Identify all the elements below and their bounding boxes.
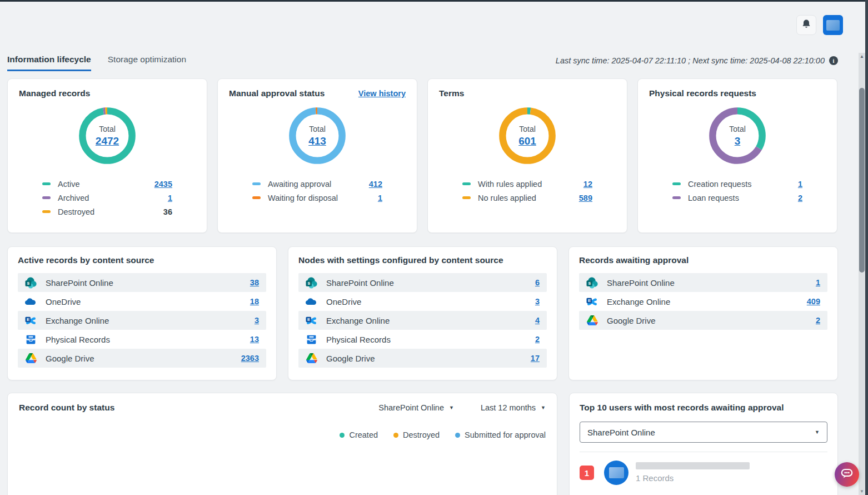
source-label: Google Drive bbox=[607, 316, 816, 325]
legend-value-link[interactable]: 1 bbox=[378, 194, 382, 202]
legend-swatch bbox=[672, 196, 681, 199]
chart-filters: SharePoint Online ▼ Last 12 months ▼ bbox=[378, 403, 546, 412]
legend-item: Awaiting approval 412 bbox=[252, 177, 382, 191]
total-value-link[interactable]: 3 bbox=[735, 135, 741, 147]
legend-label: Active bbox=[58, 180, 154, 189]
source-row: Google Drive 2363 bbox=[18, 349, 266, 368]
donut-legend: Active 2435 Archived 1 Destroyed 36 bbox=[19, 177, 196, 219]
source-count-link[interactable]: 4 bbox=[535, 316, 540, 325]
nodes-configured-card: Nodes with settings configured by conten… bbox=[288, 246, 557, 380]
source-row: s SharePoint Online 38 bbox=[18, 273, 266, 292]
source-select-value: SharePoint Online bbox=[587, 428, 655, 437]
source-count-link[interactable]: 6 bbox=[535, 278, 540, 287]
legend-value-link[interactable]: 1 bbox=[798, 180, 802, 189]
time-filter-value: Last 12 months bbox=[481, 403, 536, 412]
legend-item: Created bbox=[340, 430, 378, 439]
source-filter-dropdown[interactable]: SharePoint Online ▼ bbox=[378, 403, 454, 412]
manual-approval-donut: Total 413 bbox=[286, 104, 349, 167]
legend-swatch bbox=[42, 182, 51, 185]
source-row: E Exchange Online 4 bbox=[298, 311, 547, 330]
total-value-link[interactable]: 2472 bbox=[96, 135, 119, 147]
legend-label: Destroyed bbox=[403, 430, 440, 439]
legend-label: Created bbox=[349, 430, 378, 439]
rank-badge: 1 bbox=[580, 466, 594, 480]
sync-status: Last sync time: 2025-04-07 22:11:10 ; Ne… bbox=[556, 55, 838, 65]
source-count-link[interactable]: 3 bbox=[535, 297, 540, 306]
source-count-link[interactable]: 17 bbox=[531, 354, 540, 363]
source-select[interactable]: SharePoint Online ▼ bbox=[580, 422, 827, 443]
legend-item: Active 2435 bbox=[42, 177, 172, 191]
content-source-row: Active records by content source s Share… bbox=[7, 246, 838, 380]
chat-fab-button[interactable] bbox=[835, 462, 859, 487]
scroll-down-arrow[interactable]: ▼ bbox=[859, 489, 865, 494]
total-value-link[interactable]: 413 bbox=[308, 135, 326, 147]
terms-donut: Total 601 bbox=[496, 104, 559, 167]
source-count-link[interactable]: 2 bbox=[816, 316, 820, 325]
exchange-icon: E bbox=[586, 296, 598, 308]
physical-requests-donut: Total 3 bbox=[706, 104, 769, 167]
tab-storage-optimization[interactable]: Storage optimization bbox=[108, 55, 186, 71]
source-count-link[interactable]: 2 bbox=[535, 335, 540, 344]
source-count-link[interactable]: 2363 bbox=[241, 354, 259, 363]
legend-value-link[interactable]: 412 bbox=[369, 180, 382, 189]
source-count-link[interactable]: 38 bbox=[250, 278, 259, 287]
source-count-link[interactable]: 1 bbox=[816, 278, 820, 287]
card-title: Nodes with settings configured by conten… bbox=[298, 255, 503, 265]
legend-value-link[interactable]: 12 bbox=[583, 180, 592, 189]
terms-card: Terms Total 601 With rules applied 12 bbox=[427, 78, 627, 233]
source-count-link[interactable]: 409 bbox=[807, 297, 820, 306]
user-list-item: 1 1 Records bbox=[580, 461, 827, 485]
google-drive-icon bbox=[586, 315, 598, 326]
legend-swatch bbox=[462, 196, 471, 199]
legend-label: Waiting for disposal bbox=[268, 194, 378, 202]
exchange-icon: E bbox=[25, 315, 37, 326]
legend-value: 36 bbox=[163, 207, 172, 216]
physical-records-icon bbox=[25, 334, 37, 345]
legend-item: No rules applied 589 bbox=[462, 191, 592, 205]
view-history-link[interactable]: View history bbox=[358, 89, 406, 98]
card-title: Record count by status bbox=[19, 403, 114, 413]
status-chart-legend: Created Destroyed Submitted for approval bbox=[19, 430, 546, 439]
legend-value-link[interactable]: 2435 bbox=[154, 180, 172, 189]
source-count-link[interactable]: 13 bbox=[250, 335, 259, 344]
records-awaiting-approval-card: Records awaiting approval s SharePoint O… bbox=[568, 246, 838, 380]
source-count-link[interactable]: 18 bbox=[250, 297, 259, 306]
scroll-up-arrow[interactable]: ▲ bbox=[859, 54, 865, 59]
legend-item: Waiting for disposal 1 bbox=[252, 191, 382, 205]
onedrive-icon bbox=[25, 296, 37, 308]
avatar-blurred-image bbox=[826, 20, 840, 31]
legend-label: Awaiting approval bbox=[268, 180, 369, 189]
info-icon[interactable]: i bbox=[829, 56, 838, 65]
card-title: Records awaiting approval bbox=[579, 255, 689, 265]
vertical-scrollbar[interactable]: ▲ ▼ bbox=[859, 53, 865, 495]
chevron-down-icon: ▼ bbox=[449, 405, 454, 410]
source-row: Physical Records 13 bbox=[18, 330, 266, 349]
time-filter-dropdown[interactable]: Last 12 months ▼ bbox=[481, 403, 546, 412]
notifications-button[interactable] bbox=[796, 15, 816, 35]
legend-value-link[interactable]: 589 bbox=[579, 194, 592, 202]
legend-dot bbox=[340, 433, 345, 438]
tab-information-lifecycle[interactable]: Information lifecycle bbox=[7, 55, 91, 71]
scrollbar-thumb[interactable] bbox=[859, 88, 865, 273]
card-title: Active records by content source bbox=[18, 255, 154, 265]
legend-value-link[interactable]: 1 bbox=[168, 194, 172, 202]
legend-dot bbox=[455, 433, 460, 438]
legend-item: Submitted for approval bbox=[455, 430, 546, 439]
onedrive-icon bbox=[306, 296, 317, 308]
source-list: s SharePoint Online 38 OneDrive 18 E Exc… bbox=[18, 273, 266, 368]
donut-legend: Creation requests 1 Loan requests 2 bbox=[649, 177, 826, 205]
chat-bubble-icon bbox=[840, 466, 854, 483]
bell-icon bbox=[801, 18, 812, 32]
user-avatar[interactable] bbox=[823, 15, 843, 35]
source-count-link[interactable]: 3 bbox=[255, 316, 259, 325]
legend-value-link[interactable]: 2 bbox=[798, 194, 802, 202]
svg-text:s: s bbox=[308, 280, 311, 286]
legend-label: With rules applied bbox=[478, 180, 583, 189]
sharepoint-icon: s bbox=[25, 277, 37, 289]
user-name-redacted bbox=[636, 462, 750, 469]
total-value-link[interactable]: 601 bbox=[518, 135, 536, 147]
user-text-block: 1 Records bbox=[636, 462, 750, 483]
legend-item: With rules applied 12 bbox=[462, 177, 592, 191]
source-label: Physical Records bbox=[326, 335, 535, 344]
card-title: Manual approval status bbox=[229, 88, 325, 98]
